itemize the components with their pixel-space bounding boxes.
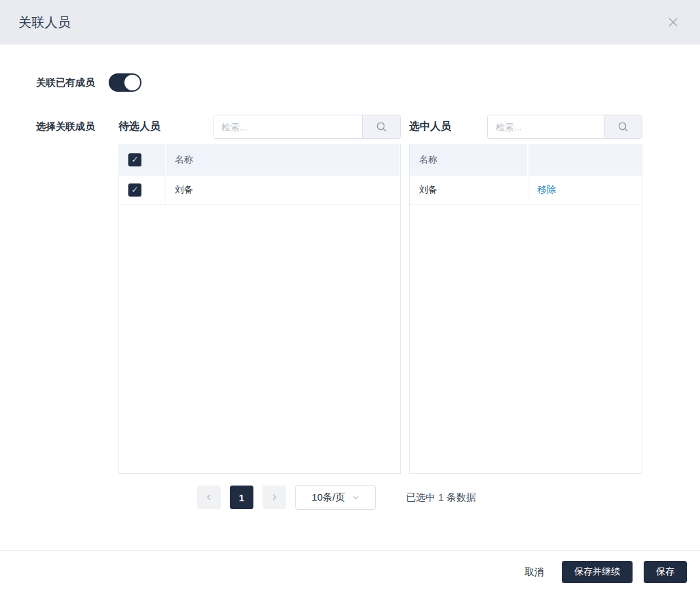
header-checkbox-cell: ✓ [119,144,166,176]
close-button[interactable] [665,14,682,31]
page-size-select[interactable]: 10条/页 [295,485,376,510]
dialog-footer: 取消 保存并继续 保存 [0,550,700,593]
chevron-right-icon [270,493,278,501]
prev-page-button[interactable] [197,486,221,509]
transfer-widget: 待选人员 ✓ 名称 [119,115,642,474]
candidates-search-input[interactable] [213,115,362,138]
candidate-row: ✓ 刘备 [119,176,400,205]
candidates-table-header: ✓ 名称 [119,144,400,176]
associate-existing-members-label: 关联已有成员 [36,77,95,89]
select-all-checkbox[interactable]: ✓ [128,153,141,166]
selected-row: 刘备 移除 [410,176,642,205]
name-column-header: 名称 [410,144,528,176]
row-checkbox[interactable]: ✓ [128,183,141,197]
candidates-panel: 待选人员 ✓ 名称 [119,115,401,474]
candidates-table-empty-area [119,205,400,473]
selected-search-input[interactable] [488,115,604,138]
search-icon [617,121,629,132]
toggle-row: 关联已有成员 [36,73,700,92]
candidates-table: ✓ 名称 ✓ 刘备 [119,144,401,474]
transfer-row: 选择关联成员 待选人员 [36,115,700,474]
candidates-title: 待选人员 [119,120,160,134]
next-page-button[interactable] [263,486,286,509]
associate-personnel-dialog: 关联人员 关联已有成员 选择关联成员 待选人员 [0,0,700,593]
selected-table-header: 名称 [410,144,642,176]
selected-panel: 选中人员 名称 [409,115,642,474]
save-and-continue-button[interactable]: 保存并继续 [562,561,633,583]
remove-link[interactable]: 移除 [538,184,556,196]
cancel-button[interactable]: 取消 [518,561,551,584]
dialog-header: 关联人员 [0,0,700,45]
close-icon [667,16,679,28]
associate-existing-members-toggle[interactable] [109,73,141,92]
selected-table: 名称 刘备 移除 [409,144,642,474]
selected-panel-head: 选中人员 [409,115,642,139]
select-members-label: 选择关联成员 [36,115,119,133]
selected-action-cell: 移除 [528,176,642,204]
chevron-left-icon [205,493,213,501]
search-icon [376,121,387,132]
name-column-header: 名称 [166,144,400,176]
save-button[interactable]: 保存 [644,561,687,583]
chevron-down-icon [352,493,359,501]
candidates-search-group [213,115,401,139]
pagination-row: 1 10条/页 已选中 1 条数据 [197,485,700,510]
dialog-title: 关联人员 [18,14,71,31]
selected-title: 选中人员 [409,120,451,134]
action-column-header [528,144,642,176]
candidate-name-cell: 刘备 [166,176,400,204]
toggle-knob [124,75,140,90]
selection-summary: 已选中 1 条数据 [406,491,476,504]
page-number-button[interactable]: 1 [230,486,253,509]
candidates-search-button[interactable] [362,115,400,138]
candidates-panel-head: 待选人员 [119,115,401,139]
selected-search-button[interactable] [604,115,642,138]
selected-name-cell: 刘备 [410,176,528,204]
selected-search-group [487,115,642,139]
page-size-value: 10条/页 [312,491,345,504]
row-checkbox-cell: ✓ [119,176,166,204]
dialog-body: 关联已有成员 选择关联成员 待选人员 [0,45,700,550]
selected-table-empty-area [410,205,642,473]
